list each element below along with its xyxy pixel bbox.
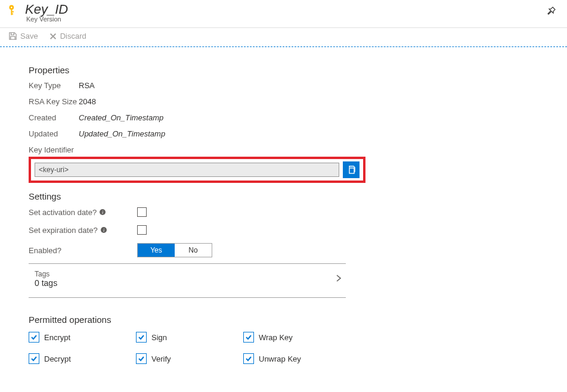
properties-heading: Properties xyxy=(29,65,567,75)
copy-icon xyxy=(346,165,356,175)
expiration-date-row: Set expiration date? i xyxy=(29,225,567,235)
pin-icon[interactable] xyxy=(547,6,556,17)
enabled-no[interactable]: No xyxy=(175,244,212,257)
toolbar: Save Discard xyxy=(0,28,567,47)
op-unwrap-key[interactable]: Unwrap Key xyxy=(243,353,351,364)
enabled-row: Enabled? Yes No xyxy=(29,243,567,257)
op-label: Unwrap Key xyxy=(259,354,301,363)
chevron-right-icon xyxy=(335,273,342,285)
key-identifier-highlight xyxy=(29,157,365,183)
svg-text:i: i xyxy=(102,210,103,215)
activation-label: Set activation date? xyxy=(29,208,97,217)
key-uri-input[interactable] xyxy=(35,163,339,177)
prop-value: Updated_On_Timestamp xyxy=(79,129,165,138)
divider xyxy=(29,297,346,298)
page-subtitle: Key Version xyxy=(26,15,547,23)
op-label: Wrap Key xyxy=(259,333,293,342)
op-encrypt[interactable]: Encrypt xyxy=(29,332,136,343)
prop-value: 2048 xyxy=(79,97,96,106)
page-header: Key_ID Key Version xyxy=(0,0,567,28)
prop-key-type: Key Type RSA xyxy=(29,81,567,90)
checkbox-checked-icon xyxy=(136,353,147,364)
operations-grid: Encrypt Sign Wrap Key Decrypt Verify Unw… xyxy=(29,332,567,364)
save-label: Save xyxy=(20,32,38,41)
info-icon[interactable]: i xyxy=(99,209,106,216)
key-identifier-label: Key Identifier xyxy=(29,145,567,154)
expiration-label: Set expiration date? xyxy=(29,226,98,235)
svg-rect-3 xyxy=(12,11,14,13)
save-icon xyxy=(8,32,17,41)
prop-rsa-size: RSA Key Size 2048 xyxy=(29,97,567,106)
enabled-yes[interactable]: Yes xyxy=(138,244,175,257)
op-label: Verify xyxy=(151,354,171,363)
prop-label: Updated xyxy=(29,129,79,138)
discard-label: Discard xyxy=(60,32,86,41)
enabled-label: Enabled? xyxy=(29,246,111,255)
prop-updated: Updated Updated_On_Timestamp xyxy=(29,129,567,138)
svg-rect-4 xyxy=(12,14,13,15)
operations-heading: Permitted operations xyxy=(29,315,567,325)
discard-icon xyxy=(49,32,57,41)
prop-value: Created_On_Timestamp xyxy=(79,113,163,122)
activation-date-row: Set activation date? i xyxy=(29,207,567,217)
enabled-toggle[interactable]: Yes No xyxy=(137,243,212,257)
checkbox-checked-icon xyxy=(136,332,147,343)
prop-value: RSA xyxy=(79,81,95,90)
discard-button[interactable]: Discard xyxy=(49,32,86,41)
prop-label: Created xyxy=(29,113,79,122)
content: Properties Key Type RSA RSA Key Size 204… xyxy=(0,47,567,364)
checkbox-checked-icon xyxy=(29,353,39,364)
activation-checkbox[interactable] xyxy=(137,207,147,217)
prop-created: Created Created_On_Timestamp xyxy=(29,113,567,122)
info-icon[interactable]: i xyxy=(100,226,107,234)
svg-text:i: i xyxy=(103,228,104,233)
copy-button[interactable] xyxy=(343,161,360,178)
settings-heading: Settings xyxy=(29,191,567,201)
svg-rect-2 xyxy=(11,9,12,15)
tags-row[interactable]: Tags 0 tags xyxy=(29,264,346,294)
op-label: Sign xyxy=(151,333,167,342)
page-title: Key_ID xyxy=(25,2,547,17)
op-wrap-key[interactable]: Wrap Key xyxy=(243,332,351,343)
op-label: Encrypt xyxy=(44,333,70,342)
op-verify[interactable]: Verify xyxy=(136,353,243,364)
op-sign[interactable]: Sign xyxy=(136,332,243,343)
op-label: Decrypt xyxy=(44,354,71,363)
tags-count: 0 tags xyxy=(35,278,57,288)
svg-rect-5 xyxy=(349,168,354,173)
tags-label: Tags xyxy=(35,270,57,278)
svg-point-1 xyxy=(11,7,13,8)
checkbox-checked-icon xyxy=(29,332,39,343)
save-button[interactable]: Save xyxy=(8,32,38,41)
prop-label: RSA Key Size xyxy=(29,97,79,106)
checkbox-checked-icon xyxy=(243,353,254,364)
checkbox-checked-icon xyxy=(243,332,254,343)
prop-label: Key Type xyxy=(29,81,79,90)
expiration-checkbox[interactable] xyxy=(137,225,147,235)
op-decrypt[interactable]: Decrypt xyxy=(29,353,136,364)
key-icon xyxy=(7,4,20,18)
